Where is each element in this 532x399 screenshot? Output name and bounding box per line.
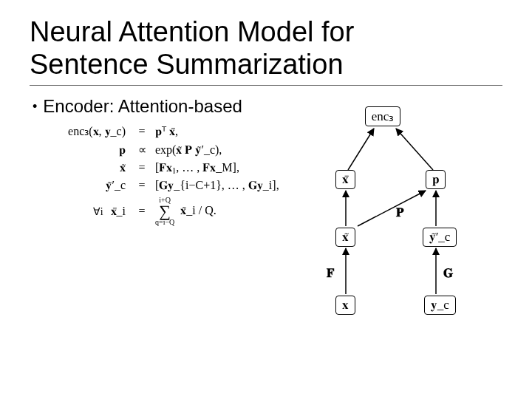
page-title: Neural Attention Model for Sentence Summ… <box>30 16 502 81</box>
sum-icon: i+Q ∑ q=i−Q <box>155 197 174 226</box>
eq5-lhs-var: 𝐱̄_i <box>111 205 126 217</box>
equation-row-4: 𝐲̃′_c = [𝐆𝐲_{i−C+1}, … , 𝐆𝐲_i], <box>52 179 279 192</box>
node-yc: 𝐲_c <box>424 296 456 315</box>
eq1-rhs: 𝐩ᵀ 𝐱̄, <box>151 124 178 138</box>
eq4-rhs: [𝐆𝐲_{i−C+1}, … , 𝐆𝐲_i], <box>151 179 279 192</box>
eq5-tail: 𝐱̃_i / Q. <box>180 204 216 216</box>
equation-row-2: 𝐩 ∝ exp(𝐱̃ 𝐏 𝐲̃′_c), <box>52 143 279 157</box>
title-line-2: Sentence Summarization <box>30 49 344 80</box>
node-x: 𝐱 <box>335 296 355 315</box>
eq2-rhs: exp(𝐱̃ 𝐏 𝐲̃′_c), <box>151 143 222 157</box>
eq2-lhs: 𝐩 <box>52 143 133 157</box>
node-xtilde: 𝐱̃ <box>335 228 355 247</box>
eq3-lhs: 𝐱̃ <box>52 161 133 174</box>
node-xbar: 𝐱̄ <box>335 170 355 189</box>
equations-block: enc₃(𝐱, 𝐲_c) = 𝐩ᵀ 𝐱̄, 𝐩 ∝ exp(𝐱̃ 𝐏 𝐲̃′_c… <box>52 124 279 231</box>
node-p: 𝐩 <box>426 170 446 189</box>
bullet-dot-icon: • <box>33 100 37 113</box>
equation-row-5: ∀i 𝐱̄_i = i+Q ∑ q=i−Q 𝐱̃_i / Q. <box>52 197 279 226</box>
eq3-rhs: [𝐅𝐱₁, … , 𝐅𝐱_M], <box>151 161 239 174</box>
edge-label-G: 𝐆 <box>443 266 453 281</box>
equation-row-1: enc₃(𝐱, 𝐲_c) = 𝐩ᵀ 𝐱̄, <box>52 124 279 138</box>
title-underline <box>30 85 502 86</box>
edge-label-P: 𝐏 <box>396 205 403 220</box>
eq4-lhs: 𝐲̃′_c <box>52 179 133 192</box>
computation-graph: enc₃ 𝐱̄ 𝐩 𝐱̃ 𝐲̃′_c 𝐱 𝐲_c 𝐏 𝐅 𝐆 <box>301 102 471 331</box>
eq5-lhs: ∀i 𝐱̄_i <box>52 205 133 218</box>
eq1-op: = <box>133 125 151 138</box>
eq4-op: = <box>133 179 151 192</box>
eq2-op: ∝ <box>133 143 151 157</box>
equation-row-3: 𝐱̃ = [𝐅𝐱₁, … , 𝐅𝐱_M], <box>52 161 279 174</box>
svg-line-3 <box>358 191 426 226</box>
node-enc3: enc₃ <box>365 106 401 126</box>
eq1-lhs: enc₃(𝐱, 𝐲_c) <box>52 124 133 138</box>
svg-line-1 <box>396 129 433 170</box>
eq5-op: = <box>133 205 151 218</box>
title-line-1: Neural Attention Model for <box>30 16 354 47</box>
node-ytilde: 𝐲̃′_c <box>423 228 457 247</box>
eq5-rhs: i+Q ∑ q=i−Q 𝐱̃_i / Q. <box>151 197 216 226</box>
eq5-forall: ∀i <box>93 206 103 217</box>
edge-label-F: 𝐅 <box>327 266 334 281</box>
sum-lower: q=i−Q <box>155 219 174 226</box>
sigma-icon: ∑ <box>159 204 171 219</box>
content-area: enc₃(𝐱, 𝐲_c) = 𝐩ᵀ 𝐱̄, 𝐩 ∝ exp(𝐱̃ 𝐏 𝐲̃′_c… <box>52 124 502 331</box>
svg-line-0 <box>348 129 374 170</box>
bullet-text: Encoder: Attention-based <box>43 96 242 117</box>
eq3-op: = <box>133 161 151 174</box>
